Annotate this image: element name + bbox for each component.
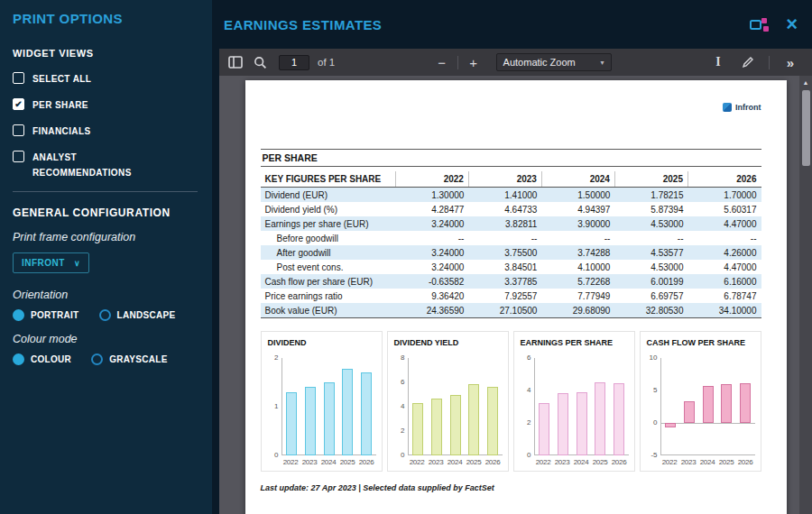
row-label: Post event cons.	[261, 260, 396, 274]
draw-tool-icon[interactable]	[739, 52, 757, 72]
document-page: Infront PER SHARE KEY FIGURES PER SHARE …	[245, 80, 787, 514]
text-select-tool-icon[interactable]: I	[709, 52, 727, 72]
row-label: Price earnings ratio	[261, 289, 396, 303]
radio-colour[interactable]: COLOUR	[13, 353, 71, 365]
chevron-down-icon: ∨	[74, 259, 80, 268]
scrollbar[interactable]: ▲	[799, 76, 812, 514]
cell-value: 34.10000	[687, 303, 761, 318]
radio-label: LANDSCAPE	[117, 310, 176, 320]
scroll-up-icon[interactable]: ▲	[799, 76, 812, 88]
cell-value: 4.53577	[614, 245, 687, 260]
cell-value: --	[541, 231, 614, 245]
zoom-level-select[interactable]: Automatic Zoom ▾	[496, 53, 612, 71]
radio-icon[interactable]	[13, 309, 24, 321]
cell-value: 32.80530	[614, 303, 687, 318]
cell-value: 4.47000	[687, 216, 761, 231]
more-tools-icon[interactable]: »	[781, 52, 799, 72]
y-axis-tick: -5	[651, 452, 657, 459]
bar	[468, 384, 479, 455]
colour-mode-label: Colour mode	[13, 333, 203, 345]
table-row: Before goodwill----------	[261, 231, 761, 245]
x-axis-labels: 20222023202420252026	[408, 458, 503, 466]
col-header-2026: 2026	[687, 171, 761, 188]
col-header-2023: 2023	[468, 171, 541, 188]
toggle-sidebar-icon[interactable]	[226, 52, 245, 72]
cell-value: --	[395, 231, 468, 245]
x-axis-tick: 2022	[662, 458, 678, 466]
bar	[577, 392, 587, 455]
widget-views-heading: WIDGET VIEWS	[13, 48, 203, 59]
checkbox-box-icon[interactable]	[13, 124, 24, 136]
zoom-out-button[interactable]: −	[433, 52, 451, 72]
scrollbar-thumb[interactable]	[802, 90, 810, 166]
checkbox-select-all[interactable]: SELECT ALL	[13, 71, 203, 87]
x-axis-tick: 2025	[466, 458, 482, 466]
x-axis-tick: 2024	[700, 458, 715, 466]
checkbox-analyst-recommendations[interactable]: ANALYST RECOMMENDATIONS	[13, 150, 203, 180]
close-icon[interactable]: ×	[786, 14, 798, 34]
page-number-input[interactable]	[279, 55, 309, 70]
x-axis-tick: 2022	[283, 458, 299, 466]
bar	[324, 382, 335, 455]
chart-title: DIVIDEND	[268, 338, 376, 347]
cell-value: 3.24000	[395, 216, 468, 231]
zoom-level-value: Automatic Zoom	[503, 57, 576, 68]
bar	[450, 395, 461, 455]
toolbar-zoom-group: − + Automatic Zoom ▾	[433, 52, 612, 72]
cell-value: 3.37785	[468, 274, 541, 289]
checkbox-financials[interactable]: FINANCIALS	[13, 124, 203, 139]
y-axis-tick: 4	[527, 387, 531, 394]
bar	[740, 383, 751, 423]
x-axis-tick: 2023	[302, 458, 318, 466]
radio-grayscale[interactable]: GRAYSCALE	[91, 353, 168, 365]
radio-icon[interactable]	[91, 353, 103, 365]
y-axis-tick: 0	[527, 452, 531, 459]
bar	[487, 387, 498, 455]
cell-value: 4.94397	[541, 202, 614, 216]
pdf-content-area: Infront PER SHARE KEY FIGURES PER SHARE …	[219, 76, 812, 514]
cell-value: --	[614, 231, 687, 245]
radio-icon[interactable]	[13, 353, 24, 365]
y-axis-tick: 4	[401, 403, 404, 410]
x-axis-tick: 2026	[738, 458, 753, 466]
cell-value: 1.30000	[395, 188, 468, 203]
cell-value: 6.16000	[687, 274, 761, 289]
checkbox-per-share[interactable]: ✔PER SHARE	[13, 97, 203, 113]
print-frame-select[interactable]: INFRONT ∨	[13, 252, 89, 273]
checkbox-box-icon[interactable]: ✔	[13, 98, 24, 110]
search-icon[interactable]	[251, 52, 269, 72]
cell-value: 4.26000	[687, 245, 761, 260]
cell-value: 1.41000	[468, 188, 541, 203]
checkbox-box-icon[interactable]	[13, 151, 24, 162]
y-axis-tick: 6	[527, 354, 531, 362]
row-label: Dividend yield (%)	[261, 202, 396, 216]
x-axis-tick: 2025	[340, 458, 355, 466]
bar	[684, 401, 695, 423]
brand-row: Infront	[261, 102, 761, 113]
x-axis-tick: 2026	[485, 458, 501, 466]
cell-value: 3.24000	[395, 260, 468, 274]
orientation-label: Orientation	[13, 289, 203, 301]
bar	[595, 382, 605, 456]
infront-logo-text: Infront	[735, 103, 761, 112]
chart-title: EARNINGS PER SHARE	[521, 338, 629, 347]
key-figures-table: KEY FIGURES PER SHARE 2022 2023 2024 202…	[261, 171, 761, 318]
pdf-viewer: of 1 − + Automatic Zoom ▾ I	[219, 49, 812, 514]
col-header-2025: 2025	[614, 171, 687, 188]
cell-value: 3.75500	[468, 245, 541, 260]
y-axis-tick: 0	[653, 419, 657, 427]
colour-mode-options: COLOURGRAYSCALE	[13, 353, 203, 365]
checkbox-box-icon[interactable]	[13, 72, 24, 84]
y-axis-tick: 5	[653, 387, 657, 394]
row-label: Dividend (EUR)	[261, 188, 396, 203]
radio-portrait[interactable]: PORTRAIT	[13, 309, 79, 321]
x-axis-tick: 2022	[536, 458, 551, 466]
x-axis-tick: 2026	[359, 458, 374, 466]
radio-icon[interactable]	[99, 309, 111, 321]
zoom-in-button[interactable]: +	[465, 52, 483, 72]
cell-value: --	[468, 231, 541, 245]
x-axis-labels: 20222023202420252026	[660, 458, 755, 466]
infront-logo-icon	[723, 103, 732, 112]
radio-landscape[interactable]: LANDSCAPE	[99, 309, 176, 321]
link-channels-icon[interactable]	[750, 17, 770, 32]
